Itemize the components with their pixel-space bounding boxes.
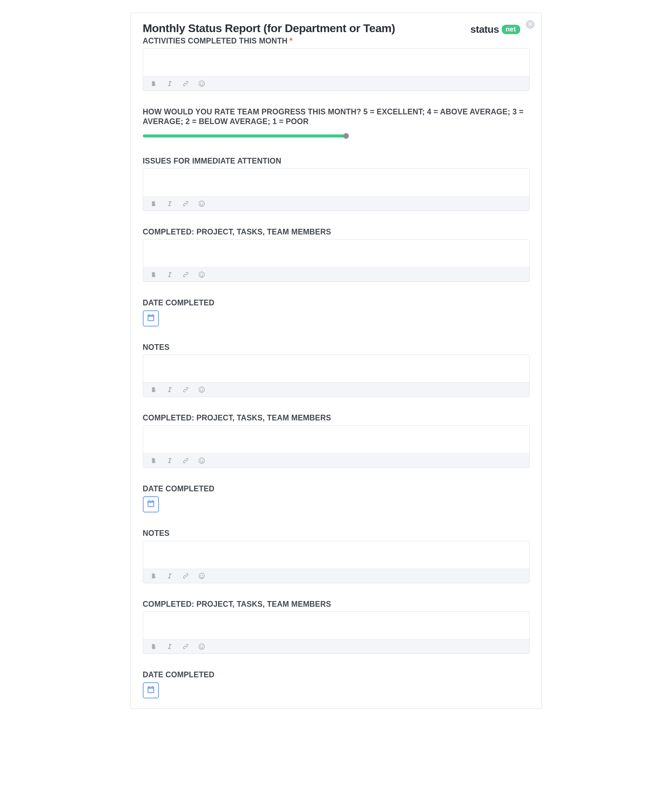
field-date_3: DATE COMPLETED [143, 670, 529, 698]
emoji-icon[interactable] [197, 385, 206, 394]
calendar-icon [146, 685, 155, 695]
svg-point-14 [202, 459, 203, 461]
emoji-icon[interactable] [197, 79, 206, 88]
bold-icon[interactable] [149, 79, 158, 88]
rating-slider[interactable] [143, 132, 346, 140]
richtext-field [143, 612, 529, 654]
emoji-icon[interactable] [197, 572, 206, 580]
richtext-toolbar [143, 639, 529, 654]
richtext-input[interactable] [143, 355, 529, 382]
italic-icon[interactable] [165, 572, 174, 580]
italic-icon[interactable] [165, 199, 174, 208]
richtext-toolbar [143, 569, 529, 583]
svg-point-11 [202, 389, 203, 390]
field-label: DATE COMPLETED [143, 484, 529, 494]
bold-icon[interactable] [149, 642, 158, 651]
slider-thumb[interactable] [343, 133, 349, 139]
brand-pill: net [502, 25, 520, 34]
svg-point-3 [199, 201, 205, 207]
field-label: NOTES [143, 343, 529, 352]
link-icon[interactable] [181, 642, 190, 651]
bold-icon[interactable] [149, 270, 158, 279]
date-picker-button[interactable] [143, 682, 159, 698]
bold-icon[interactable] [149, 385, 158, 394]
field-issues: ISSUES FOR IMMEDIATE ATTENTION [143, 156, 529, 211]
richtext-toolbar [143, 267, 529, 281]
svg-point-8 [202, 274, 203, 275]
richtext-toolbar [143, 76, 529, 91]
brand-word: status [470, 24, 499, 35]
field-label: HOW WOULD YOU RATE TEAM PROGRESS THIS MO… [143, 107, 529, 126]
field-completed_2: COMPLETED: PROJECT, TASKS, TEAM MEMBERS [143, 413, 529, 468]
field-notes_1: NOTES [143, 343, 529, 397]
svg-point-15 [199, 573, 205, 578]
emoji-icon[interactable] [197, 199, 206, 208]
link-icon[interactable] [181, 385, 190, 394]
richtext-field [143, 168, 529, 211]
date-picker-button[interactable] [143, 496, 159, 512]
richtext-field [143, 426, 529, 468]
field-date_2: DATE COMPLETED [143, 484, 529, 512]
page-title: Monthly Status Report (for Department or… [143, 22, 395, 35]
svg-point-17 [202, 575, 203, 575]
richtext-input[interactable] [143, 612, 529, 639]
italic-icon[interactable] [165, 79, 174, 88]
field-label: DATE COMPLETED [143, 298, 529, 308]
link-icon[interactable] [181, 199, 190, 208]
italic-icon[interactable] [165, 385, 174, 394]
link-icon[interactable] [181, 79, 190, 88]
richtext-input[interactable] [143, 169, 529, 196]
link-icon[interactable] [181, 270, 190, 279]
richtext-input[interactable] [143, 49, 529, 76]
field-label: COMPLETED: PROJECT, TASKS, TEAM MEMBERS [143, 227, 529, 237]
field-date_1: DATE COMPLETED [143, 298, 529, 327]
field-label: COMPLETED: PROJECT, TASKS, TEAM MEMBERS [143, 413, 529, 423]
close-icon [528, 21, 532, 27]
svg-point-10 [200, 389, 201, 390]
field-label: ISSUES FOR IMMEDIATE ATTENTION [143, 156, 529, 166]
required-star: * [290, 36, 292, 45]
richtext-field [143, 49, 529, 91]
svg-point-9 [199, 387, 205, 393]
svg-point-12 [199, 458, 205, 464]
date-picker-button[interactable] [143, 310, 159, 327]
field-label: COMPLETED: PROJECT, TASKS, TEAM MEMBERS [143, 599, 529, 609]
italic-icon[interactable] [165, 456, 174, 465]
svg-point-4 [200, 203, 201, 204]
richtext-input[interactable] [143, 426, 529, 453]
close-button[interactable] [526, 20, 535, 29]
field-label: NOTES [143, 528, 529, 538]
svg-point-19 [200, 646, 201, 646]
svg-point-0 [199, 81, 205, 86]
calendar-icon [146, 313, 155, 324]
field-rating: HOW WOULD YOU RATE TEAM PROGRESS THIS MO… [143, 107, 529, 140]
link-icon[interactable] [181, 572, 190, 580]
richtext-toolbar [143, 453, 529, 468]
italic-icon[interactable] [165, 642, 174, 651]
svg-point-5 [202, 203, 203, 204]
bold-icon[interactable] [149, 456, 158, 465]
svg-point-20 [202, 646, 203, 646]
field-completed_1: COMPLETED: PROJECT, TASKS, TEAM MEMBERS [143, 227, 529, 282]
svg-point-13 [200, 459, 201, 461]
richtext-field [143, 541, 529, 583]
brand-logo: status net [470, 24, 520, 35]
italic-icon[interactable] [165, 270, 174, 279]
svg-point-16 [200, 575, 201, 575]
bold-icon[interactable] [149, 572, 158, 580]
richtext-toolbar [143, 382, 529, 397]
bold-icon[interactable] [149, 199, 158, 208]
richtext-input[interactable] [143, 541, 529, 569]
field-label: ACTIVITIES COMPLETED THIS MONTH* [143, 36, 529, 46]
slider-track [143, 134, 346, 137]
form-card: Monthly Status Report (for Department or… [131, 13, 542, 709]
field-completed_3: COMPLETED: PROJECT, TASKS, TEAM MEMBERS [143, 599, 529, 654]
richtext-input[interactable] [143, 240, 529, 267]
field-notes_2: NOTES [143, 528, 529, 583]
emoji-icon[interactable] [197, 642, 206, 651]
link-icon[interactable] [181, 456, 190, 465]
richtext-toolbar [143, 196, 529, 211]
emoji-icon[interactable] [197, 456, 206, 465]
emoji-icon[interactable] [197, 270, 206, 279]
svg-point-7 [200, 274, 201, 275]
